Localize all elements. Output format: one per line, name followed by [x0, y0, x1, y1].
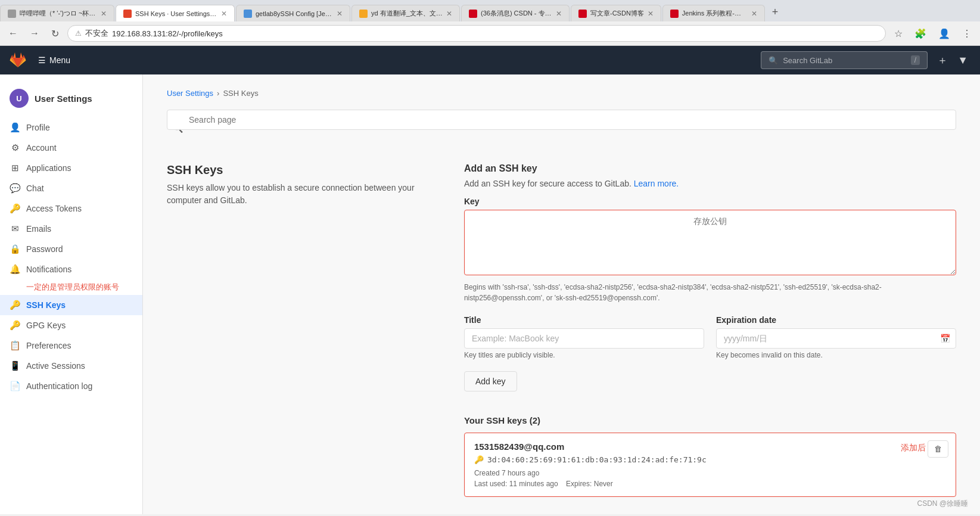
expiry-helper: Key becomes invalid on this date.	[716, 351, 956, 359]
key-textarea[interactable]	[464, 210, 956, 275]
learn-more-link[interactable]: Learn more.	[634, 179, 679, 188]
browser-tab-1[interactable]: 哔哩哔哩（* '-')つロ ~杯--bili... ✕	[0, 5, 114, 21]
calendar-icon[interactable]: 📅	[940, 334, 950, 343]
browser-tabs: 哔哩哔哩（* '-')つロ ~杯--bili... ✕ SSH Keys · U…	[0, 0, 980, 21]
ssh-keys-icon: 🔑	[10, 300, 20, 310]
address-text: 192.168.83.131:82/-/profile/keys	[112, 29, 223, 38]
key-hint: Begins with 'ssh-rsa', 'ssh-dss', 'ecdsa…	[464, 282, 956, 303]
search-page-input[interactable]	[167, 110, 956, 130]
profile-icon: 👤	[10, 122, 20, 133]
settings-button[interactable]: ⋮	[959, 27, 975, 41]
extensions-button[interactable]: 🧩	[911, 27, 930, 41]
sidebar-item-applications[interactable]: ⊞ Applications	[0, 158, 142, 178]
tab-close-4[interactable]: ✕	[446, 10, 452, 18]
tab-close-7[interactable]: ✕	[751, 10, 757, 18]
security-icon: ⚠	[75, 29, 82, 38]
back-button[interactable]: ←	[5, 27, 21, 40]
sidebar-item-preferences[interactable]: 📋 Preferences	[0, 335, 142, 356]
sidebar-item-password[interactable]: 🔒 Password	[0, 239, 142, 259]
tab-close-1[interactable]: ✕	[101, 10, 107, 18]
sidebar-item-access-tokens[interactable]: 🔑 Access Tokens	[0, 198, 142, 219]
your-keys-title: Your SSH keys (2)	[464, 415, 956, 425]
password-icon: 🔒	[10, 244, 20, 254]
search-icon: 🔍	[769, 56, 778, 65]
issues-button[interactable]: ▼	[955, 51, 970, 70]
address-bar[interactable]: ⚠ 不安全 192.168.83.131:82/-/profile/keys	[67, 25, 886, 42]
breadcrumb-separator: ›	[217, 89, 219, 98]
title-field-group: Title Key titles are publicly visible.	[464, 315, 704, 359]
profile-button[interactable]: 👤	[935, 27, 954, 41]
your-ssh-keys-section: Your SSH keys (2) 1531582439@qq.com 🔑 3d…	[464, 415, 956, 497]
access-tokens-icon: 🔑	[10, 203, 20, 214]
hamburger-icon: ☰	[38, 55, 46, 65]
title-helper: Key titles are publicly visible.	[464, 351, 704, 359]
sidebar-item-active-sessions[interactable]: 📱 Active Sessions	[0, 356, 142, 376]
gitlab-logo-icon	[10, 52, 26, 69]
auth-log-icon: 📄	[10, 381, 20, 391]
sidebar-item-auth-log[interactable]: 📄 Authentication log	[0, 376, 142, 396]
account-icon: ⚙	[10, 142, 20, 153]
sidebar-item-account[interactable]: ⚙ Account	[0, 138, 142, 158]
tab-close-3[interactable]: ✕	[337, 10, 343, 18]
browser-chrome: 哔哩哔哩（* '-')つロ ~杯--bili... ✕ SSH Keys · U…	[0, 0, 980, 46]
add-ssh-section: Add an SSH key Add an SSH key for secure…	[464, 163, 956, 502]
page-footer: CSDN @徐睡睡	[917, 499, 968, 509]
breadcrumb-parent[interactable]: User Settings	[167, 89, 213, 98]
add-ssh-title: Add an SSH key	[464, 163, 956, 174]
security-label: 不安全	[85, 28, 108, 39]
tab-close-5[interactable]: ✕	[556, 10, 562, 18]
sidebar-item-chat[interactable]: 💬 Chat	[0, 178, 142, 198]
browser-tab-2[interactable]: SSH Keys · User Settings · GitLab ✕	[116, 5, 235, 21]
browser-tab-6[interactable]: 写文章-CSDN博客 ✕	[571, 5, 661, 21]
sidebar-avatar: U	[10, 89, 29, 108]
sidebar: U User Settings 👤 Profile ⚙ Account ⊞ Ap…	[0, 74, 143, 514]
sidebar-title-area: U User Settings	[0, 84, 142, 117]
ssh-key-email: 1531582439@qq.com	[474, 442, 946, 452]
sidebar-item-gpg-keys[interactable]: 🔑 GPG Keys	[0, 315, 142, 335]
menu-button[interactable]: ☰ Menu	[33, 53, 75, 67]
sidebar-item-ssh-keys[interactable]: 🔑 SSH Keys	[0, 295, 142, 315]
emails-icon: ✉	[10, 223, 20, 234]
breadcrumb: User Settings › SSH Keys	[167, 89, 956, 98]
active-sessions-icon: 📱	[10, 360, 20, 371]
breadcrumb-current: SSH Keys	[223, 89, 258, 98]
title-input[interactable]	[464, 328, 704, 349]
browser-tab-7[interactable]: Jenkins 系列教程-史上睡... ✕	[662, 5, 765, 21]
tab-close-2[interactable]: ✕	[221, 10, 227, 18]
bookmarks-button[interactable]: ☆	[891, 27, 906, 41]
page-description: SSH keys allow you to establish a secure…	[167, 182, 440, 207]
global-search[interactable]: 🔍 Search GitLab /	[761, 51, 928, 69]
sidebar-item-notifications[interactable]: 🔔 Notifications	[0, 259, 142, 279]
sidebar-annotation: 一定的是管理员权限的账号	[0, 279, 142, 295]
ssh-key-fingerprint: 🔑 3d:04:60:25:69:91:61:db:0a:93:1d:24:ad…	[474, 455, 946, 464]
gitlab-app: ☰ Menu 🔍 Search GitLab / ＋ ▼ U User Sett…	[0, 46, 980, 514]
plus-button[interactable]: ＋	[935, 51, 950, 70]
sidebar-heading: User Settings	[35, 94, 92, 104]
reload-button[interactable]: ↻	[48, 27, 63, 41]
gitlab-header: ☰ Menu 🔍 Search GitLab / ＋ ▼	[0, 46, 980, 74]
new-tab-button[interactable]: +	[766, 4, 785, 21]
add-key-button[interactable]: Add key	[464, 371, 517, 391]
app-body: U User Settings 👤 Profile ⚙ Account ⊞ Ap…	[0, 74, 980, 514]
expiry-input[interactable]	[716, 328, 956, 349]
ssh-key-last-used: Last used: 11 minutes ago Expires: Never	[474, 480, 946, 488]
notifications-icon: 🔔	[10, 264, 20, 275]
browser-tab-5[interactable]: (36条消息) CSDN - 专业开发者... ✕	[461, 5, 570, 21]
browser-tab-4[interactable]: yd 有道翻译_文本、文档、网页、芝... ✕	[351, 5, 460, 21]
browser-nav: ← → ↻ ⚠ 不安全 192.168.83.131:82/-/profile/…	[0, 21, 980, 46]
browser-tab-3[interactable]: getlab8ySSH Config [Jenkins] ✕	[236, 5, 350, 21]
search-shortcut: /	[911, 55, 920, 65]
expiry-date-wrapper: 📅	[716, 328, 956, 349]
preferences-icon: 📋	[10, 340, 20, 351]
delete-key-button[interactable]: 🗑	[928, 440, 948, 458]
search-wrapper: 🔍	[167, 110, 956, 147]
expiry-label: Expiration date	[716, 315, 956, 325]
main-content: User Settings › SSH Keys 🔍 SSH Keys SSH …	[143, 74, 980, 514]
content-grid: SSH Keys SSH keys allow you to establish…	[167, 163, 956, 502]
key-field-group: Key Begins with 'ssh-rsa', 'ssh-dss', 'e…	[464, 197, 956, 303]
title-label: Title	[464, 315, 704, 325]
tab-close-6[interactable]: ✕	[648, 10, 654, 18]
sidebar-item-profile[interactable]: 👤 Profile	[0, 117, 142, 138]
forward-button[interactable]: →	[26, 27, 43, 40]
sidebar-item-emails[interactable]: ✉ Emails	[0, 219, 142, 239]
